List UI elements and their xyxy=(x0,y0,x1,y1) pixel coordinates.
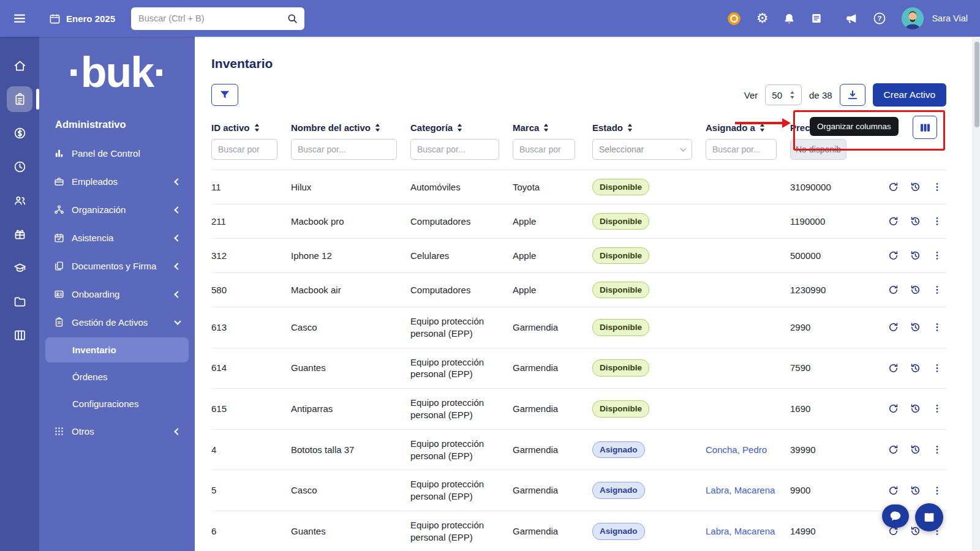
user-name[interactable]: Sara Vial xyxy=(932,13,968,23)
sort-icon[interactable] xyxy=(254,124,260,132)
sync-icon[interactable] xyxy=(888,250,899,261)
sort-icon[interactable] xyxy=(375,124,380,132)
history-icon[interactable] xyxy=(910,403,921,414)
column-header-id-activo[interactable]: ID activo xyxy=(211,122,291,133)
sync-icon[interactable] xyxy=(888,321,899,333)
sidebar-item-asistencia[interactable]: Asistencia xyxy=(45,225,189,251)
filter-button[interactable] xyxy=(211,84,238,106)
sort-icon[interactable] xyxy=(457,124,462,132)
sync-icon[interactable] xyxy=(888,403,899,414)
column-header-marca[interactable]: Marca xyxy=(513,122,592,133)
avatar[interactable] xyxy=(901,7,924,30)
cell-asignado xyxy=(706,214,790,230)
row-menu-icon[interactable] xyxy=(932,444,943,455)
create-asset-button[interactable]: Crear Activo xyxy=(873,83,946,107)
rail-item-people[interactable] xyxy=(7,187,32,213)
sidebar-item-configuraciones[interactable]: Configuraciones xyxy=(45,391,189,416)
history-icon[interactable] xyxy=(910,181,921,193)
sidebar-item-gestion-de-activos[interactable]: Gestión de Activos xyxy=(45,309,189,335)
date-selector[interactable]: Enero 2025 xyxy=(49,13,115,24)
filter-asignado-input[interactable] xyxy=(706,139,777,160)
sidebar-item-organizacion[interactable]: Organización xyxy=(45,197,189,223)
gear-icon[interactable]: ⚙ xyxy=(756,12,769,25)
sort-icon[interactable] xyxy=(760,124,765,132)
row-menu-icon[interactable] xyxy=(932,216,943,227)
sync-icon[interactable] xyxy=(888,216,899,227)
sidebar-item-label: Asistencia xyxy=(72,233,113,243)
news-icon[interactable] xyxy=(810,12,823,24)
history-icon[interactable] xyxy=(910,321,921,333)
rail-item-time[interactable] xyxy=(7,154,32,179)
filter-estado-select[interactable]: Seleccionar xyxy=(592,139,692,160)
row-menu-icon[interactable] xyxy=(932,321,943,333)
history-icon[interactable] xyxy=(910,216,921,227)
history-icon[interactable] xyxy=(910,444,921,455)
sidebar-item-empleados[interactable]: Empleados xyxy=(45,168,189,195)
column-header-asignado[interactable]: Asignado a xyxy=(706,122,790,133)
sort-icon[interactable] xyxy=(543,124,549,132)
rewards-icon[interactable] xyxy=(726,11,742,26)
row-menu-icon[interactable] xyxy=(932,284,943,296)
sync-icon[interactable] xyxy=(888,181,899,193)
help-center-button[interactable] xyxy=(915,503,943,531)
cell-nombre: Casco xyxy=(291,476,410,504)
rail-item-payroll[interactable] xyxy=(7,120,32,146)
rail-item-training[interactable] xyxy=(7,255,32,280)
row-menu-icon[interactable] xyxy=(932,485,943,497)
sync-icon[interactable] xyxy=(888,362,899,374)
sync-icon[interactable] xyxy=(888,284,899,296)
history-icon[interactable] xyxy=(910,284,921,296)
download-button[interactable] xyxy=(840,84,865,106)
megaphone-icon[interactable] xyxy=(845,12,858,25)
help-icon[interactable]: ? xyxy=(873,12,886,25)
filter-categoria-input[interactable] xyxy=(410,139,499,160)
global-search[interactable] xyxy=(131,7,304,30)
sidebar-item-ordenes[interactable]: Órdenes xyxy=(45,364,189,389)
history-icon[interactable] xyxy=(910,250,921,261)
sync-icon[interactable] xyxy=(888,485,899,497)
filter-id-input[interactable] xyxy=(211,139,277,160)
filter-marca-input[interactable] xyxy=(513,139,575,160)
cell-marca: Apple xyxy=(513,276,592,304)
column-header-estado[interactable]: Estado xyxy=(592,122,706,133)
page-size-select[interactable]: 50 xyxy=(765,84,802,105)
cell-actions xyxy=(869,242,946,269)
hamburger-menu-icon[interactable] xyxy=(0,11,39,26)
assigned-person-link[interactable]: Labra, Macarena xyxy=(706,485,775,495)
row-menu-icon[interactable] xyxy=(932,362,943,374)
rail-item-inventory[interactable] xyxy=(7,86,32,112)
row-menu-icon[interactable] xyxy=(932,403,943,414)
rail-item-benefits[interactable] xyxy=(7,221,32,247)
sidebar-item-documentos-y-firma[interactable]: Documentos y Firma xyxy=(45,253,189,279)
search-input[interactable] xyxy=(138,13,282,23)
row-menu-icon[interactable] xyxy=(932,250,943,261)
chat-button[interactable] xyxy=(882,504,909,528)
filter-nombre-input[interactable] xyxy=(291,139,397,160)
history-icon[interactable] xyxy=(910,362,921,374)
columns-button[interactable] xyxy=(913,116,937,139)
assigned-person-link[interactable]: Labra, Macarena xyxy=(706,526,775,536)
cell-actions xyxy=(869,477,946,504)
rail-item-files[interactable] xyxy=(7,288,32,314)
rail-item-home[interactable] xyxy=(7,53,32,78)
rail-item-boards[interactable] xyxy=(7,322,32,348)
assigned-person-link[interactable]: Concha, Pedro xyxy=(706,444,767,455)
sidebar-item-panel-de-control[interactable]: Panel de Control xyxy=(45,140,189,167)
sidebar-item-inventario[interactable]: Inventario xyxy=(45,337,189,362)
bell-icon[interactable] xyxy=(783,12,796,25)
cell-actions xyxy=(869,313,946,341)
row-menu-icon[interactable] xyxy=(932,181,943,193)
search-icon[interactable] xyxy=(282,13,298,24)
sort-icon[interactable] xyxy=(627,124,633,132)
sidebar-item-otros[interactable]: Otros xyxy=(45,418,189,444)
sync-icon[interactable] xyxy=(888,444,899,455)
history-icon[interactable] xyxy=(910,485,921,497)
cell-marca: Apple xyxy=(513,242,592,270)
scrollbar-thumb[interactable] xyxy=(974,42,979,127)
sidebar-item-onboarding[interactable]: Onboarding xyxy=(45,281,189,307)
column-header-categoria[interactable]: Categoría xyxy=(410,122,513,133)
column-header-nombre[interactable]: Nombre del activo xyxy=(291,122,410,133)
chevron-left-icon xyxy=(174,263,181,269)
cell-categoria: Automóviles xyxy=(410,173,513,201)
scrollbar[interactable] xyxy=(973,37,980,551)
